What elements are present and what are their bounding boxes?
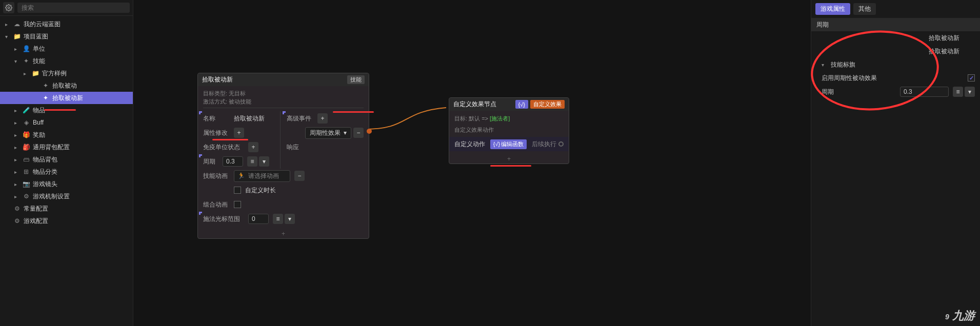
watermark: 9 九游 bbox=[945, 308, 975, 323]
corner-tick-icon bbox=[199, 111, 202, 114]
prop-pickup-new-2: 拾取被动新 bbox=[811, 45, 980, 58]
unit-icon: 👤 bbox=[23, 45, 30, 52]
add-button[interactable]: + bbox=[234, 128, 244, 138]
tree-project-blueprints[interactable]: ▾ 📁 项目蓝图 bbox=[0, 30, 133, 43]
tree-unit[interactable]: ▸ 👤 单位 bbox=[0, 43, 133, 55]
dropdown-button[interactable]: ▾ bbox=[259, 156, 269, 167]
node-meta: 目标类型: 无目标 激活方式: 被动技能 bbox=[203, 89, 364, 108]
bag-icon: 🗃 bbox=[23, 156, 30, 163]
section-period[interactable]: 周期 bbox=[811, 18, 980, 31]
tree-pickup-passive-new[interactable]: ✦ 拾取被动新 bbox=[0, 92, 133, 104]
cloud-icon: ☁ bbox=[13, 21, 21, 28]
node-title: 自定义效果节点 bbox=[453, 100, 496, 109]
chevron-right-icon: ▸ bbox=[14, 169, 19, 175]
item-icon: 🧪 bbox=[23, 107, 30, 114]
skill-icon: ✦ bbox=[42, 82, 49, 89]
add-button[interactable]: + bbox=[248, 142, 258, 152]
tree-pickup-passive[interactable]: ✦ 拾取被动 bbox=[0, 79, 133, 92]
tree-cloud-blueprints[interactable]: ▸ ☁ 我的云端蓝图 bbox=[0, 18, 133, 30]
dropdown-button[interactable]: ▾ bbox=[285, 214, 295, 224]
add-button[interactable]: + bbox=[317, 113, 328, 124]
skill-anim-select[interactable]: 🏃 请选择动画 bbox=[234, 170, 290, 182]
gear-icon: ⚙ bbox=[13, 217, 21, 225]
edit-function-button[interactable]: {√}编辑函数 bbox=[490, 139, 527, 149]
tree-label: Buff bbox=[33, 119, 44, 126]
list-button[interactable]: ≡ bbox=[953, 87, 963, 97]
blueprint-canvas[interactable]: 拾取被动新 技能 目标类型: 无目标 激活方式: 被动技能 名称 拾取被动新 bbox=[133, 0, 811, 326]
chevron-down-icon: ▾ bbox=[344, 129, 347, 136]
tree-sample[interactable]: ▸ 📁 官方样例 bbox=[0, 67, 133, 79]
tree-label: 官方样例 bbox=[42, 69, 67, 78]
folder-icon: 📁 bbox=[32, 70, 39, 77]
prop-period: 周期 ≡ ▾ bbox=[811, 85, 980, 99]
field-period-label: 周期 bbox=[203, 157, 218, 166]
chevron-right-icon: ▸ bbox=[14, 145, 19, 150]
search-input[interactable] bbox=[17, 3, 130, 13]
tree-label: 单位 bbox=[33, 45, 45, 53]
period-value-input[interactable]: 0.3 bbox=[223, 156, 243, 167]
tree-label: 拾取被动 bbox=[52, 82, 77, 90]
output-port[interactable] bbox=[367, 129, 372, 134]
clear-button[interactable]: − bbox=[294, 171, 305, 181]
chevron-right-icon: ▸ bbox=[5, 22, 10, 27]
period-effect-dropdown[interactable]: 周期性效果 ▾ bbox=[305, 127, 351, 139]
tree-reward[interactable]: ▸ 🎁 奖励 bbox=[0, 129, 133, 141]
prop-enable-periodic: 启用周期性被动效果 bbox=[811, 71, 980, 85]
tree-label: 物品背包 bbox=[33, 155, 57, 164]
list-button[interactable]: ≡ bbox=[273, 214, 283, 224]
tree-label: 物品分类 bbox=[33, 168, 57, 176]
annotation-underline bbox=[212, 139, 248, 140]
tree-camera[interactable]: ▸ 📷 游戏镜头 bbox=[0, 178, 133, 190]
field-attr-mod-label: 属性修改 bbox=[203, 129, 230, 137]
settings-icon[interactable] bbox=[3, 2, 14, 13]
custom-duration-checkbox[interactable] bbox=[234, 187, 241, 194]
field-name-value: 拾取被动新 bbox=[234, 114, 265, 123]
tree-label: 技能 bbox=[33, 57, 45, 66]
list-button[interactable]: ≡ bbox=[247, 156, 257, 167]
chevron-right-icon: ▸ bbox=[14, 108, 19, 113]
tab-game-props[interactable]: 游戏属性 bbox=[815, 3, 850, 15]
output-port[interactable] bbox=[558, 141, 564, 147]
camera-icon: 📷 bbox=[23, 180, 30, 188]
tree-constant[interactable]: ⚙ 常量配置 bbox=[0, 202, 133, 215]
field-cursor-range-label: 施法光标范围 bbox=[203, 215, 244, 223]
target-default: 默认 => bbox=[469, 115, 488, 121]
custom-action-label: 自定义动作 bbox=[454, 140, 485, 149]
dropdown-button[interactable]: ▾ bbox=[965, 87, 975, 97]
combo-anim-checkbox[interactable] bbox=[234, 201, 241, 208]
add-row-icon[interactable]: + bbox=[198, 229, 369, 238]
annotation-underline bbox=[490, 165, 531, 167]
corner-tick-icon bbox=[283, 111, 286, 114]
node-pickup-passive-new[interactable]: 拾取被动新 技能 目标类型: 无目标 激活方式: 被动技能 名称 拾取被动新 bbox=[197, 73, 369, 239]
chevron-right-icon: ▸ bbox=[14, 120, 19, 126]
gear-icon: ⚙ bbox=[13, 205, 21, 212]
enable-periodic-checkbox[interactable] bbox=[968, 74, 975, 82]
annotation-underline bbox=[333, 111, 374, 113]
explorer-sidebar: ▸ ☁ 我的云端蓝图 ▾ 📁 项目蓝图 ▸ 👤 单位 ▾ ✦ 技能 ▸ 📁 bbox=[0, 0, 133, 326]
tree-item-bag[interactable]: ▸ 🗃 物品背包 bbox=[0, 153, 133, 166]
tree-label: 常量配置 bbox=[24, 205, 48, 213]
chevron-right-icon: ▸ bbox=[14, 181, 19, 187]
node-custom-effect[interactable]: 自定义效果节点 {√} 自定义效果 目标: 默认 => [施法者] 自定义效果动… bbox=[449, 97, 569, 164]
tree-bag-config[interactable]: ▸ 🎒 通用背包配置 bbox=[0, 141, 133, 153]
code-icon: {√} bbox=[515, 100, 528, 109]
tree-item-category[interactable]: ▸ ⊞ 物品分类 bbox=[0, 166, 133, 178]
annotation-underline bbox=[44, 109, 76, 111]
tree-skill[interactable]: ▾ ✦ 技能 bbox=[0, 55, 133, 67]
add-row-icon[interactable]: + bbox=[449, 154, 569, 164]
tree-game-config[interactable]: ⚙ 游戏配置 bbox=[0, 215, 133, 227]
target-label: 目标: bbox=[454, 115, 467, 121]
section-skill-flag[interactable]: ▾ 技能标旗 bbox=[811, 58, 980, 71]
tree-buff[interactable]: ▸ ◈ Buff bbox=[0, 116, 133, 129]
skill-icon: ✦ bbox=[23, 57, 30, 65]
tree-label: 物品 bbox=[33, 106, 45, 115]
tree-label: 游戏配置 bbox=[24, 217, 48, 226]
tab-other[interactable]: 其他 bbox=[853, 3, 876, 15]
gear-icon: ⚙ bbox=[23, 193, 30, 200]
remove-button[interactable]: − bbox=[353, 128, 364, 138]
effect-action-label: 自定义效果动作 bbox=[454, 123, 564, 137]
chevron-down-icon: ▾ bbox=[14, 58, 19, 64]
period-input[interactable] bbox=[900, 87, 949, 97]
cursor-range-input[interactable]: 0 bbox=[248, 214, 269, 224]
tree-mechanism[interactable]: ▸ ⚙ 游戏机制设置 bbox=[0, 190, 133, 202]
